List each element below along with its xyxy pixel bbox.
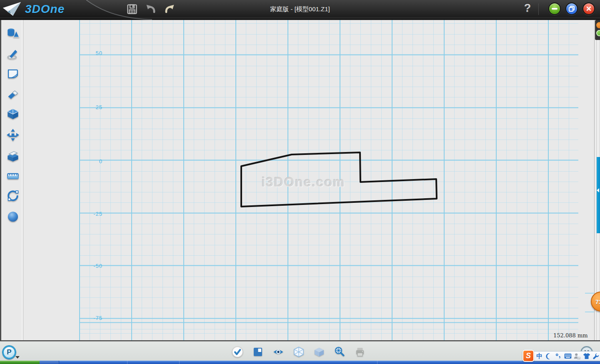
primitive-solids-icon[interactable] xyxy=(6,27,20,40)
soft-keyboard-icon[interactable] xyxy=(564,352,572,360)
minimize-icon xyxy=(552,8,558,10)
bottom-toolbar: P xyxy=(0,340,600,361)
combine-edit-icon[interactable] xyxy=(6,149,20,162)
move-transform-icon[interactable] xyxy=(6,128,20,142)
shaded-display-icon[interactable] xyxy=(313,346,325,358)
title-bar: 3DOne 家庭版 - [模型001.Z1] ? ✕ xyxy=(0,0,600,20)
tool-sidebar xyxy=(0,20,23,340)
window-title: 家庭版 - [模型001.Z1] xyxy=(0,0,600,18)
sketch-draw-icon[interactable] xyxy=(6,47,20,60)
restore-icon xyxy=(568,5,575,12)
settings-wrench-icon[interactable] xyxy=(592,352,600,360)
half-moon-icon[interactable] xyxy=(545,352,553,360)
widget-green-icon xyxy=(596,30,600,36)
print-icon[interactable] xyxy=(354,346,366,358)
eraser-icon[interactable] xyxy=(6,87,20,101)
p-menu-caret-icon[interactable] xyxy=(15,356,20,359)
chinese-mode-icon[interactable]: 中 xyxy=(535,352,544,360)
collapsed-panel-handle[interactable] xyxy=(597,157,600,233)
widget-orange-icon xyxy=(596,22,600,28)
modeling-canvas[interactable]: 50 25 0 -25 -50 -75 i3DOne.com 152.088 m… xyxy=(23,20,600,340)
p-badge[interactable]: P xyxy=(2,346,16,359)
confirm-icon[interactable] xyxy=(232,346,243,358)
taskbar-separator xyxy=(127,361,128,364)
titlebar-divider xyxy=(538,3,539,15)
measure-icon[interactable] xyxy=(6,169,20,182)
taskbar-button-edge[interactable] xyxy=(40,361,59,364)
sketch-drawing[interactable] xyxy=(23,20,600,340)
punctuation-icon[interactable] xyxy=(554,352,562,360)
minimize-button[interactable] xyxy=(548,2,561,15)
wireframe-display-icon[interactable] xyxy=(293,346,305,358)
grid-tick xyxy=(585,293,594,294)
svg-text:14: 14 xyxy=(578,357,580,359)
sogou-logo-icon[interactable]: S xyxy=(522,350,534,362)
grid-tick xyxy=(585,312,594,312)
taskbar-separator xyxy=(179,361,180,364)
render-sphere-icon[interactable] xyxy=(6,209,20,223)
ime-toolbar: S 中 14 xyxy=(522,351,600,361)
viewport-layout-icon[interactable] xyxy=(252,346,264,358)
close-button[interactable]: ✕ xyxy=(582,2,595,15)
taskbar-separator xyxy=(377,361,378,364)
panel-expand-arrow-icon xyxy=(597,188,599,192)
help-button[interactable]: ? xyxy=(521,2,534,17)
skin-icon[interactable] xyxy=(582,352,591,360)
user-count-icon[interactable]: 14 xyxy=(573,352,581,360)
rotate-ring-icon[interactable] xyxy=(6,189,20,202)
close-icon: ✕ xyxy=(586,5,592,12)
start-button-edge[interactable] xyxy=(0,361,40,364)
zoom-settings-icon[interactable] xyxy=(334,346,345,358)
restore-button[interactable] xyxy=(565,2,578,15)
visibility-eye-icon[interactable] xyxy=(272,346,284,358)
os-taskbar[interactable] xyxy=(0,361,600,364)
sketch-surface-icon[interactable] xyxy=(6,67,20,80)
scale-indicator: 152.088 mm xyxy=(553,332,599,339)
corner-widget[interactable] xyxy=(595,20,600,40)
feature-modeling-icon[interactable] xyxy=(6,107,20,121)
view-tools xyxy=(232,346,366,358)
sketch-profile[interactable] xyxy=(241,152,437,207)
